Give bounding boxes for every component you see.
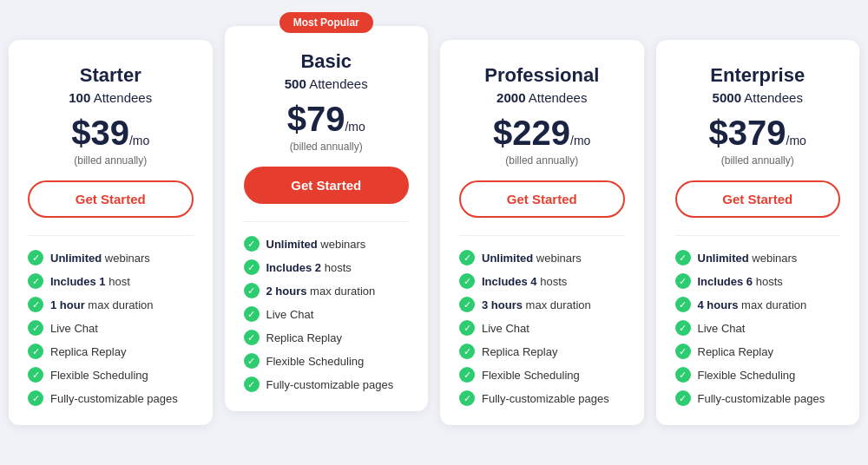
feature-text: Includes 2 hosts [266,261,352,274]
feature-text: Fully-customizable pages [698,392,825,405]
check-icon: ✓ [244,236,260,252]
check-icon: ✓ [28,367,43,383]
check-icon: ✓ [459,320,475,336]
billed-annually: (billed annually) [28,154,194,167]
check-icon: ✓ [675,344,691,359]
get-started-button[interactable]: Get Started [675,180,841,218]
feature-text: Replica Replay [698,345,773,358]
check-icon: ✓ [459,297,475,312]
divider [28,235,194,236]
plan-attendees: 100 Attendees [28,90,194,105]
plan-price: $39/mo [28,114,194,153]
feature-text: Unlimited webinars [482,252,582,265]
feature-text: Includes 6 hosts [698,275,783,288]
divider [675,235,841,236]
check-icon: ✓ [675,297,691,312]
plan-attendees: 2000 Attendees [459,90,625,105]
plan-name: Professional [459,64,625,87]
feature-text: Fully-customizable pages [482,392,609,405]
feature-item: ✓ Replica Replay [28,344,194,359]
feature-item: ✓ 1 hour max duration [28,297,194,312]
feature-item: ✓ Fully-customizable pages [675,390,841,406]
feature-text: Includes 1 host [50,275,130,288]
billed-annually: (billed annually) [459,154,625,167]
feature-text: Flexible Scheduling [698,369,796,382]
feature-text: Unlimited webinars [50,252,150,265]
feature-item: ✓ Includes 2 hosts [244,259,410,275]
plan-card-basic: Most Popular Basic 500 Attendees $79/mo … [225,26,429,411]
check-icon: ✓ [28,320,43,336]
get-started-button[interactable]: Get Started [459,180,625,218]
check-icon: ✓ [675,367,691,383]
price-amount: $79 [287,100,345,138]
feature-item: ✓ 3 hours max duration [459,297,625,312]
feature-text: Flexible Scheduling [50,369,148,382]
plan-attendees: 5000 Attendees [675,90,841,105]
price-amount: $39 [71,114,129,152]
feature-text: Live Chat [698,322,746,335]
plan-name: Basic [244,50,410,73]
check-icon: ✓ [244,353,260,369]
check-icon: ✓ [244,330,260,345]
feature-text: 3 hours max duration [482,298,591,311]
feature-text: Live Chat [266,308,314,321]
features-list: ✓ Unlimited webinars ✓ Includes 2 hosts … [244,236,410,392]
feature-item: ✓ Live Chat [244,306,410,322]
pricing-container: Starter 100 Attendees $39/mo (billed ann… [9,40,859,425]
price-amount: $229 [493,114,570,152]
check-icon: ✓ [244,377,260,392]
feature-text: 4 hours max duration [698,298,807,311]
billed-annually: (billed annually) [675,154,841,167]
feature-item: ✓ Flexible Scheduling [459,367,625,383]
feature-item: ✓ Unlimited webinars [675,250,841,265]
check-icon: ✓ [675,390,691,406]
feature-text: 2 hours max duration [266,285,376,298]
feature-item: ✓ Includes 1 host [28,273,194,289]
get-started-button[interactable]: Get Started [244,167,410,204]
features-list: ✓ Unlimited webinars ✓ Includes 6 hosts … [675,250,841,406]
feature-item: ✓ 2 hours max duration [244,283,410,298]
feature-item: ✓ Flexible Scheduling [244,353,410,369]
feature-item: ✓ Unlimited webinars [244,236,410,252]
price-per: /mo [129,134,149,147]
feature-item: ✓ Replica Replay [244,330,410,345]
feature-text: Fully-customizable pages [50,392,178,405]
features-list: ✓ Unlimited webinars ✓ Includes 1 host ✓… [28,250,194,406]
check-icon: ✓ [28,390,43,406]
plan-card-enterprise: Enterprise 5000 Attendees $379/mo (bille… [656,40,860,425]
check-icon: ✓ [28,297,43,312]
features-list: ✓ Unlimited webinars ✓ Includes 4 hosts … [459,250,625,406]
check-icon: ✓ [28,273,43,289]
feature-item: ✓ Includes 6 hosts [675,273,841,289]
check-icon: ✓ [459,344,475,359]
billed-annually: (billed annually) [244,141,410,153]
check-icon: ✓ [244,283,260,298]
plan-name: Starter [28,64,194,87]
check-icon: ✓ [675,320,691,336]
feature-text: Flexible Scheduling [482,369,580,382]
feature-item: ✓ Includes 4 hosts [459,273,625,289]
check-icon: ✓ [459,250,475,265]
feature-item: ✓ Live Chat [459,320,625,336]
plan-card-professional: Professional 2000 Attendees $229/mo (bil… [440,40,644,425]
plan-attendees: 500 Attendees [244,76,410,91]
feature-text: Fully-customizable pages [266,378,394,391]
feature-text: Replica Replay [482,345,557,358]
check-icon: ✓ [28,250,43,265]
feature-item: ✓ Unlimited webinars [28,250,194,265]
feature-item: ✓ Replica Replay [675,344,841,359]
plan-price: $79/mo [244,100,410,139]
feature-text: Live Chat [50,322,98,335]
price-per: /mo [570,134,590,147]
feature-item: ✓ Live Chat [28,320,194,336]
get-started-button[interactable]: Get Started [28,180,194,218]
most-popular-badge: Most Popular [279,12,373,33]
feature-text: Includes 4 hosts [482,275,567,288]
feature-text: Unlimited webinars [698,252,798,265]
feature-text: Unlimited webinars [266,238,366,251]
feature-text: Flexible Scheduling [266,355,365,368]
divider [244,221,410,222]
divider [459,235,625,236]
price-per: /mo [345,120,365,134]
check-icon: ✓ [244,306,260,322]
